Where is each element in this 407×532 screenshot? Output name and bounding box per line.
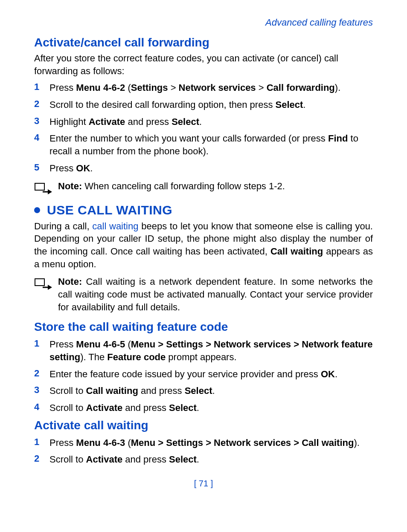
step-text: Scroll to Activate and press Select. — [49, 402, 373, 414]
running-header: Advanced calling features — [34, 17, 373, 28]
step-3: 3 Highlight Activate and press Select. — [34, 116, 373, 128]
note-block: Note: Call waiting is a network dependen… — [34, 275, 373, 313]
step-2: 2 Enter the feature code issued by your … — [34, 368, 373, 381]
step-1: 1 Press Menu 4-6-5 (Menu > Settings > Ne… — [34, 338, 373, 363]
step-text: Highlight Activate and press Select. — [49, 116, 373, 128]
step-text: Scroll to Call waiting and press Select. — [49, 385, 373, 397]
intro-paragraph: During a call, call waiting beeps to let… — [34, 220, 373, 271]
note-text: Note: When canceling call forwarding fol… — [58, 180, 373, 193]
note-text: Note: Call waiting is a network dependen… — [58, 275, 373, 313]
page-number: [ 71 ] — [34, 479, 373, 489]
step-number: 3 — [34, 385, 49, 396]
heading-activate-cancel-call-forwarding: Activate/cancel call forwarding — [34, 36, 373, 49]
step-4: 4 Scroll to Activate and press Select. — [34, 402, 373, 414]
step-text: Enter the feature code issued by your se… — [49, 368, 373, 381]
step-4: 4 Enter the number to which you want you… — [34, 132, 373, 157]
note-icon — [34, 180, 58, 195]
step-text: Press Menu 4-6-3 (Menu > Settings > Netw… — [49, 437, 373, 449]
heading-store-call-waiting-code: Store the call waiting feature code — [34, 320, 373, 334]
step-1: 1 Press Menu 4-6-2 (Settings > Network s… — [34, 81, 373, 94]
step-number: 4 — [34, 132, 49, 143]
heading-use-call-waiting: USE CALL WAITING — [47, 203, 172, 217]
step-3: 3 Scroll to Call waiting and press Selec… — [34, 385, 373, 397]
svg-rect-0 — [35, 183, 44, 190]
step-2: 2 Scroll to the desired call forwarding … — [34, 98, 373, 111]
heading-activate-call-waiting: Activate call waiting — [34, 419, 373, 432]
step-number: 2 — [34, 368, 49, 379]
step-number: 1 — [34, 81, 49, 93]
page: Advanced calling features Activate/cance… — [0, 0, 407, 501]
step-text: Scroll to the desired call forwarding op… — [49, 98, 373, 111]
step-number: 2 — [34, 98, 49, 110]
step-number: 5 — [34, 162, 49, 173]
intro-paragraph: After you store the correct feature code… — [34, 52, 373, 77]
step-number: 4 — [34, 402, 49, 413]
bullet-icon — [34, 207, 40, 213]
step-number: 1 — [34, 338, 49, 349]
step-number: 2 — [34, 453, 49, 464]
major-heading-row: USE CALL WAITING — [34, 203, 373, 217]
step-text: Press Menu 4-6-2 (Settings > Network ser… — [49, 81, 373, 94]
svg-rect-1 — [35, 279, 44, 286]
step-2: 2 Scroll to Activate and press Select. — [34, 453, 373, 466]
step-number: 3 — [34, 116, 49, 127]
step-text: Scroll to Activate and press Select. — [49, 453, 373, 466]
step-5: 5 Press OK. — [34, 162, 373, 175]
step-1: 1 Press Menu 4-6-3 (Menu > Settings > Ne… — [34, 437, 373, 449]
note-block: Note: When canceling call forwarding fol… — [34, 180, 373, 195]
step-number: 1 — [34, 437, 49, 448]
term-call-waiting: call waiting — [92, 221, 138, 231]
step-text: Enter the number to which you want your … — [49, 132, 373, 157]
note-icon — [34, 275, 58, 291]
step-text: Press OK. — [49, 162, 373, 175]
step-text: Press Menu 4-6-5 (Menu > Settings > Netw… — [49, 338, 373, 363]
